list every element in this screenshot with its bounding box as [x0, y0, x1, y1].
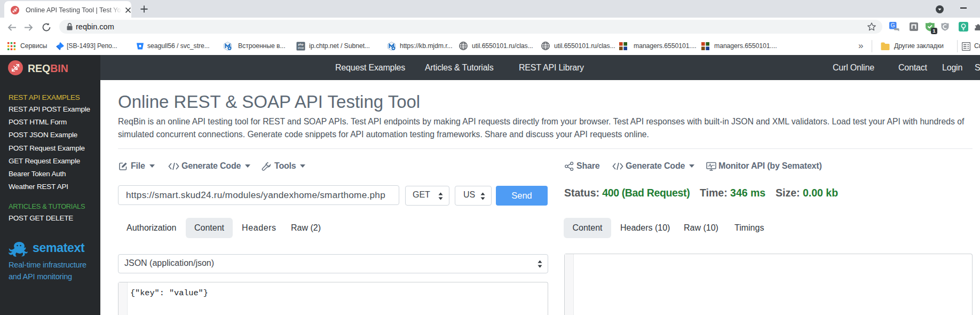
svg-text:IPAM: IPAM [298, 47, 304, 50]
svg-text:1: 1 [932, 28, 936, 34]
svg-text:php: php [298, 43, 304, 46]
svg-text:G: G [891, 22, 895, 28]
